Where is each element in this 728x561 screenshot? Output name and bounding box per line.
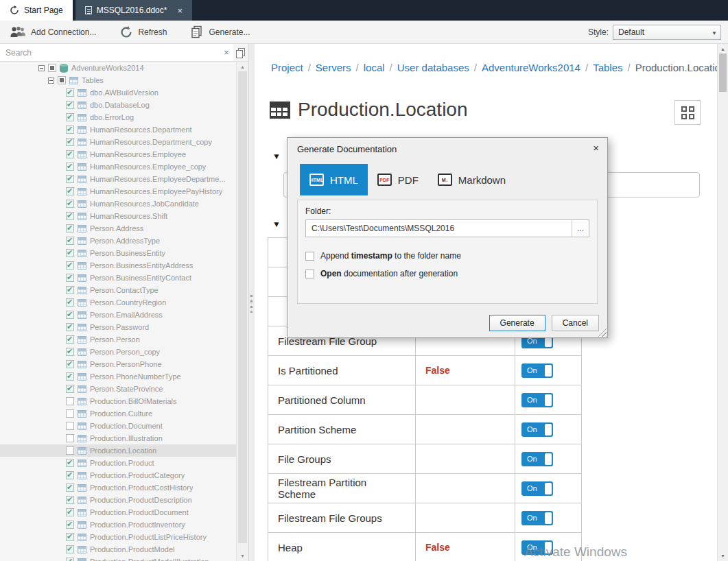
- tree-item[interactable]: Person.BusinessEntityAddress: [0, 259, 236, 272]
- generate-button[interactable]: Generate...: [186, 23, 254, 42]
- on-toggle[interactable]: On: [521, 422, 553, 437]
- tree-item[interactable]: Person.EmailAddress: [0, 309, 236, 321]
- tree-root-checkbox[interactable]: [48, 64, 56, 72]
- collapse-icon[interactable]: [38, 65, 45, 71]
- tree-item-checkbox[interactable]: [66, 484, 74, 492]
- tree-item[interactable]: Person.CountryRegion: [0, 296, 236, 309]
- checkbox[interactable]: [305, 252, 314, 261]
- tree-item-checkbox[interactable]: [66, 558, 74, 561]
- tree-item-checkbox[interactable]: [66, 434, 74, 442]
- tree-item[interactable]: HumanResources.JobCandidate: [0, 198, 236, 210]
- add-connection-button[interactable]: Add Connection...: [5, 23, 100, 42]
- breadcrumb-link[interactable]: Project: [271, 62, 303, 73]
- tree-item-checkbox[interactable]: [66, 446, 74, 455]
- tree-item-checkbox[interactable]: [66, 397, 74, 405]
- breadcrumb-link[interactable]: Tables: [593, 62, 622, 73]
- tree-item-checkbox[interactable]: [66, 286, 74, 294]
- tree-item-checkbox[interactable]: [66, 113, 74, 121]
- tab-mssql2016[interactable]: MSSQL2016.ddoc* ×: [75, 0, 192, 21]
- tree-item[interactable]: Production.Illustration: [0, 432, 236, 444]
- tree-item[interactable]: Production.Location: [0, 444, 236, 457]
- dialog-tab-markdown[interactable]: M↓Markdown: [428, 164, 515, 195]
- tree-item[interactable]: Production.ProductDescription: [0, 494, 236, 506]
- tree-item-checkbox[interactable]: [66, 298, 74, 307]
- breadcrumb-link[interactable]: AdventureWorks2014: [482, 62, 580, 73]
- clear-search-icon[interactable]: ×: [220, 47, 233, 58]
- scroll-up-icon[interactable]: ▲: [237, 64, 248, 69]
- tree-item[interactable]: Production.ProductCostHistory: [0, 481, 236, 494]
- tree-folder-tables[interactable]: Tables: [0, 74, 236, 86]
- scroll-down-icon[interactable]: ▼: [718, 553, 728, 558]
- tree-item-checkbox[interactable]: [66, 508, 74, 516]
- tree-item[interactable]: HumanResources.Employee: [0, 148, 236, 160]
- tree-item[interactable]: dbo.AWBuildVersion: [0, 86, 236, 99]
- on-toggle[interactable]: On: [521, 511, 553, 525]
- tree-item-checkbox[interactable]: [66, 249, 74, 257]
- copy-pages-icon[interactable]: [233, 44, 248, 61]
- tree-folder-checkbox[interactable]: [58, 76, 66, 84]
- tree-item[interactable]: Production.ProductModelIllustration: [0, 556, 236, 561]
- tree-item-checkbox[interactable]: [66, 88, 74, 97]
- breadcrumb-link[interactable]: local: [364, 62, 385, 73]
- sidebar-scrollbar[interactable]: ▲ ▼: [236, 62, 248, 561]
- dialog-tab-pdf[interactable]: PDFPDF: [368, 164, 428, 195]
- tree-item[interactable]: Person.StateProvince: [0, 383, 236, 395]
- tree-item-checkbox[interactable]: [66, 138, 74, 146]
- search-input[interactable]: [0, 44, 220, 61]
- panel-splitter[interactable]: [249, 44, 255, 561]
- tree-item[interactable]: Person.BusinessEntity: [0, 247, 236, 259]
- tab-start-page[interactable]: Start Page: [0, 0, 73, 21]
- tree-item[interactable]: HumanResources.Shift: [0, 210, 236, 222]
- tree-item[interactable]: Production.ProductModel: [0, 543, 236, 556]
- section-collapse-icon[interactable]: ▼: [272, 219, 281, 229]
- generate-confirm-button[interactable]: Generate: [489, 315, 545, 331]
- on-toggle[interactable]: On: [521, 452, 553, 466]
- tree-item-checkbox[interactable]: [66, 459, 74, 467]
- tree-item[interactable]: Person.PersonPhone: [0, 358, 236, 370]
- tree-root-adventureworks2014[interactable]: AdventureWorks2014: [0, 62, 236, 74]
- tree-item-checkbox[interactable]: [66, 533, 74, 541]
- tree-item-checkbox[interactable]: [66, 372, 74, 381]
- tree-item-checkbox[interactable]: [66, 360, 74, 368]
- tree-item-checkbox[interactable]: [66, 496, 74, 504]
- tree-item[interactable]: Production.BillOfMaterials: [0, 395, 236, 407]
- tree-item-checkbox[interactable]: [66, 163, 74, 171]
- tree-item[interactable]: HumanResources.EmployeePayHistory: [0, 185, 236, 198]
- tree-item-checkbox[interactable]: [66, 126, 74, 134]
- tree-item[interactable]: Person.Person_copy: [0, 346, 236, 358]
- tree-item-checkbox[interactable]: [66, 409, 74, 418]
- tree-item-checkbox[interactable]: [66, 274, 74, 282]
- tree-item-checkbox[interactable]: [66, 175, 74, 183]
- tree-item-checkbox[interactable]: [66, 261, 74, 270]
- tree-item-checkbox[interactable]: [66, 311, 74, 319]
- refresh-button[interactable]: Refresh: [115, 23, 171, 42]
- breadcrumb-link[interactable]: User databases: [397, 62, 469, 73]
- tree-item[interactable]: Production.ProductListPriceHistory: [0, 531, 236, 543]
- tree-item[interactable]: Production.ProductCategory: [0, 469, 236, 481]
- browse-button[interactable]: ...: [572, 220, 589, 237]
- on-toggle[interactable]: On: [521, 393, 553, 407]
- tree-item[interactable]: HumanResources.Employee_copy: [0, 160, 236, 173]
- resize-grip[interactable]: [598, 328, 607, 337]
- tree-item[interactable]: HumanResources.Department_copy: [0, 136, 236, 148]
- dialog-checkbox-row[interactable]: Open documentation after generation: [305, 269, 461, 278]
- tree-item[interactable]: dbo.DatabaseLog: [0, 99, 236, 111]
- breadcrumb-link[interactable]: Servers: [316, 62, 351, 73]
- tree-item-checkbox[interactable]: [66, 224, 74, 232]
- tree-item[interactable]: Production.Product: [0, 457, 236, 469]
- tree-item[interactable]: Person.PhoneNumberType: [0, 370, 236, 383]
- tree-item-checkbox[interactable]: [66, 101, 74, 109]
- scrollbar-thumb[interactable]: [719, 53, 727, 92]
- dialog-checkbox-row[interactable]: Append timestamp to the folder name: [305, 251, 461, 261]
- style-dropdown[interactable]: Default ▼: [613, 25, 721, 40]
- collapse-icon[interactable]: [48, 77, 54, 84]
- on-toggle[interactable]: On: [521, 481, 553, 496]
- tree-item[interactable]: Production.ProductDocument: [0, 506, 236, 518]
- tree-item-checkbox[interactable]: [66, 237, 74, 245]
- tree-item-checkbox[interactable]: [66, 212, 74, 220]
- tree-item[interactable]: HumanResources.EmployeeDepartme...: [0, 173, 236, 185]
- tree-item[interactable]: Person.Password: [0, 321, 236, 333]
- tree-item[interactable]: HumanResources.Department: [0, 123, 236, 136]
- on-toggle[interactable]: On: [521, 363, 553, 378]
- tree-item-checkbox[interactable]: [66, 200, 74, 208]
